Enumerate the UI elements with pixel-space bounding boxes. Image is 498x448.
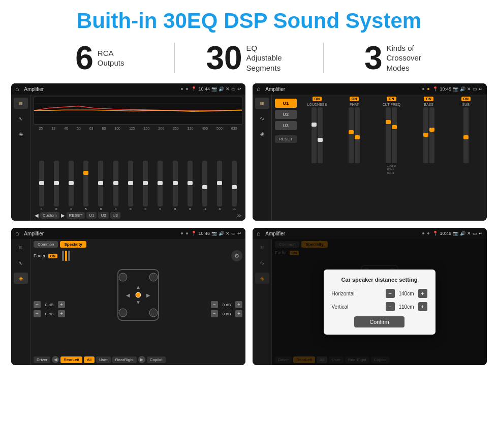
db-minus-1[interactable]: −: [34, 301, 41, 308]
confirm-button[interactable]: Confirm: [354, 316, 404, 327]
eq-sidebar-icon[interactable]: ≋: [14, 98, 28, 109]
user-btn[interactable]: User: [96, 356, 111, 363]
driver-btn[interactable]: Driver: [34, 356, 50, 363]
eq-icon-3[interactable]: ≋: [14, 242, 28, 253]
screen1-dot2: [186, 88, 188, 90]
vertical-plus[interactable]: +: [418, 302, 427, 311]
sub-group: ON SUB: [448, 97, 484, 219]
db-plus-2[interactable]: +: [58, 310, 65, 317]
home-icon-4[interactable]: ⌂: [257, 230, 260, 237]
horizontal-plus[interactable]: +: [418, 289, 427, 298]
eq-sliders: 0 0 0 5 0: [34, 131, 242, 211]
horizontal-controls: − 140cm +: [386, 289, 427, 298]
db-minus-4[interactable]: −: [211, 310, 218, 317]
dialog-title: Car speaker distance setting: [332, 277, 427, 283]
back-icon-3[interactable]: ↩: [237, 231, 241, 236]
close-icon-4: ✕: [467, 231, 471, 236]
wave-icon-2[interactable]: ∿: [255, 113, 269, 124]
db-minus-2[interactable]: −: [34, 310, 41, 317]
home-icon-2[interactable]: ⌂: [257, 85, 260, 93]
vertical-minus[interactable]: −: [386, 302, 395, 311]
volume-icon: 🔊: [219, 86, 224, 92]
all-btn[interactable]: All: [84, 356, 95, 363]
phat-on[interactable]: ON: [350, 97, 359, 101]
fader-label: Fader: [34, 253, 46, 258]
eq-next-arrow[interactable]: ▶: [61, 213, 65, 218]
eq-main: 25 32 40 50 63 80 100 125 160 200 250 32…: [30, 95, 245, 221]
wave-icon-3[interactable]: ∿: [14, 257, 28, 268]
home-icon[interactable]: ⌂: [15, 85, 19, 93]
eq-prev-arrow[interactable]: ◀: [35, 213, 39, 218]
bass-group: ON BASS: [411, 97, 446, 219]
preset-u1[interactable]: U1: [275, 99, 297, 108]
loudness-group: ON LOUDNESS: [299, 97, 335, 219]
rearleft-btn[interactable]: RearLeft: [60, 356, 82, 363]
horizontal-minus[interactable]: −: [386, 289, 395, 298]
svg-text:▶: ▶: [146, 292, 150, 298]
eq-expand-icon[interactable]: ≫: [237, 213, 241, 218]
back-icon-2[interactable]: ↩: [479, 86, 483, 92]
fader-left-arrow[interactable]: ◀: [52, 356, 59, 363]
eq-nav-bar: ◀ Custom ▶ RESET U1 U2 U3 ≫: [34, 211, 242, 219]
svg-point-4: [119, 273, 127, 281]
db-plus-1[interactable]: +: [58, 301, 65, 308]
crossover-reset-btn[interactable]: RESET: [275, 135, 297, 143]
copilot-btn[interactable]: Copilot: [147, 356, 166, 363]
preset-u2[interactable]: U2: [275, 110, 297, 119]
svg-point-7: [149, 309, 158, 317]
eq-custom-btn[interactable]: Custom: [40, 212, 59, 219]
cutfreq-on[interactable]: ON: [387, 97, 396, 101]
screen2-dot2: [427, 88, 429, 90]
svg-text:▲: ▲: [136, 284, 141, 290]
bass-on[interactable]: ON: [424, 97, 433, 101]
stat-rca-number: 6: [75, 42, 94, 74]
home-icon-3[interactable]: ⌂: [15, 230, 19, 237]
minimize-icon: ▭: [231, 86, 236, 92]
screen4-dot1: [422, 232, 424, 234]
db-value-2: 0 dB: [42, 312, 56, 316]
eq-icon-2[interactable]: ≋: [255, 98, 269, 109]
svg-point-5: [149, 273, 158, 281]
phat-group: ON PHAT: [336, 97, 372, 219]
eq-u3-btn[interactable]: U3: [110, 212, 120, 219]
eq-slider-14: -1: [228, 161, 241, 211]
db-plus-4[interactable]: +: [235, 310, 242, 317]
crossover-main: U1 U2 U3 RESET ON LOUDNESS: [272, 95, 487, 221]
speaker-icon-3[interactable]: ◈: [14, 273, 28, 284]
stat-eq-label: EQ AdjustableSegments: [246, 43, 292, 73]
eq-slider-13: 0: [213, 161, 227, 211]
stat-divider-2: [323, 43, 324, 73]
fader-right-arrow[interactable]: ▶: [138, 356, 145, 363]
wave-sidebar-icon[interactable]: ∿: [14, 113, 28, 124]
sub-on[interactable]: ON: [461, 97, 471, 101]
stat-eq-number: 30: [206, 42, 242, 74]
eq-u2-btn[interactable]: U2: [98, 212, 108, 219]
eq-slider-2: 0: [49, 161, 63, 211]
screen3-statusbar: ⌂ Amplifier 📍 10:46 📷 🔊 ✕ ▭ ↩: [11, 228, 245, 239]
db-minus-3[interactable]: −: [211, 301, 218, 308]
rearright-btn[interactable]: RearRight: [112, 356, 137, 363]
eq-chart: [34, 97, 242, 125]
eq-slider-8: 0: [139, 161, 152, 211]
preset-u3[interactable]: U3: [275, 121, 297, 130]
loudness-on[interactable]: ON: [313, 97, 322, 101]
settings-icon[interactable]: ⚙: [231, 250, 242, 261]
speaker-icon-2[interactable]: ◈: [255, 128, 269, 139]
specialty-tab[interactable]: Specialty: [60, 241, 86, 248]
right-db-controls: − 0 dB + − 0 dB +: [211, 264, 242, 354]
screen-fader-dialog: ⌂ Amplifier 📍 10:46 📷 🔊 ✕ ▭ ↩ ≋ ∿ ◈: [253, 228, 487, 365]
camera-icon-2: 📷: [453, 86, 458, 92]
eq-u1-btn[interactable]: U1: [86, 212, 97, 219]
page-header: Buith-in 30EQ DSP Sound System: [0, 0, 498, 38]
camera-icon-4: 📷: [453, 231, 458, 236]
db-plus-3[interactable]: +: [235, 301, 242, 308]
back-icon-4[interactable]: ↩: [479, 231, 483, 236]
common-tab[interactable]: Common: [34, 241, 58, 248]
fader-on-btn[interactable]: ON: [48, 254, 58, 258]
back-icon[interactable]: ↩: [237, 86, 241, 92]
eq-reset-btn[interactable]: RESET: [67, 212, 85, 219]
horizontal-label: Horizontal: [332, 291, 355, 296]
screen1-title: Amplifier: [24, 86, 178, 92]
speaker-sidebar-icon[interactable]: ◈: [14, 128, 28, 139]
screen1-time: 10:44: [198, 86, 210, 92]
